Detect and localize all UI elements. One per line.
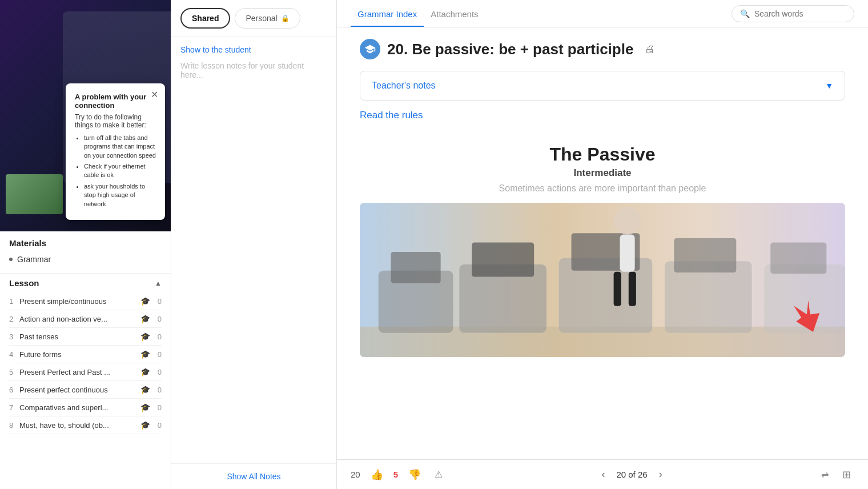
- lesson-num: 2: [9, 315, 19, 323]
- lesson-cap-icon: 🎓: [140, 350, 150, 359]
- prev-button[interactable]: ‹: [597, 465, 609, 484]
- gym-image-svg: [360, 203, 845, 357]
- search-bar: 🔍: [732, 5, 854, 22]
- personal-button[interactable]: Personal 🔒: [235, 8, 300, 29]
- svg-point-8: [614, 207, 641, 235]
- lesson-cap-icon: 🎓: [140, 332, 150, 341]
- like-button[interactable]: 👍: [367, 465, 387, 484]
- search-input[interactable]: [754, 9, 846, 18]
- lesson-name: Future forms: [19, 350, 138, 359]
- teachers-notes-box[interactable]: Teacher's notes ▼: [360, 71, 845, 101]
- lesson-num: 7: [9, 403, 19, 412]
- svg-rect-10: [614, 272, 621, 306]
- chevron-up-icon[interactable]: ▲: [155, 279, 162, 287]
- lesson-num: 8: [9, 421, 19, 430]
- lesson-count: 0: [152, 332, 162, 341]
- passive-card: The Passive Intermediate Sometimes actio…: [360, 133, 845, 357]
- lesson-num: 6: [9, 386, 19, 394]
- lesson-count: 0: [152, 350, 162, 359]
- svg-rect-15: [770, 243, 826, 274]
- thumbs-up-icon: 👍: [371, 468, 383, 481]
- lesson-title: Be passive: be + past participle: [412, 41, 633, 58]
- content-area: 20. Be passive: be + past participle 🖨 T…: [337, 27, 868, 459]
- passive-card-subtitle: Intermediate: [360, 167, 845, 179]
- lesson-item-6[interactable]: 6 Present perfect continuous 🎓 0: [9, 381, 162, 399]
- graduation-cap-icon: [364, 43, 376, 55]
- left-panel: ✕ A problem with your connection Try to …: [0, 0, 171, 489]
- lesson-count: 0: [152, 315, 162, 323]
- lesson-num: 4: [9, 350, 19, 359]
- lesson-cap-icon: 🎓: [140, 385, 150, 394]
- page-indicator: 20 of 26: [616, 470, 647, 479]
- lesson-cap-icon: 🎓: [140, 420, 150, 430]
- shuffle-button[interactable]: ⇌: [818, 466, 832, 483]
- error-item-3: ask your housholds to stop high usage of…: [84, 182, 156, 209]
- read-rules-link[interactable]: Read the rules: [360, 110, 845, 121]
- passive-card-desc: Sometimes actions are more important tha…: [360, 183, 845, 194]
- svg-rect-9: [620, 234, 635, 271]
- tab-grammar-index[interactable]: Grammar Index: [351, 0, 424, 27]
- lesson-cap-icon: 🎓: [140, 296, 150, 306]
- search-icon: 🔍: [740, 9, 750, 18]
- lesson-cap-icon: 🎓: [140, 403, 150, 412]
- tab-attachments[interactable]: Attachments: [424, 0, 485, 27]
- lesson-item-8[interactable]: 8 Must, have to, should (ob... 🎓 0: [9, 416, 162, 434]
- error-popup-title: A problem with your connection: [75, 93, 156, 110]
- notes-placeholder[interactable]: Write lesson notes for your student here…: [171, 58, 336, 266]
- teachers-notes-label: Teacher's notes: [372, 81, 436, 91]
- shared-button[interactable]: Shared: [180, 8, 230, 29]
- lesson-name: Comparatives and superl...: [19, 403, 138, 412]
- middle-panel: Shared Personal 🔒 Show to the student Wr…: [171, 0, 337, 489]
- lesson-count: 0: [152, 403, 162, 412]
- lesson-heading-text: 20. Be passive: be + past participle: [387, 41, 633, 58]
- lesson-item-3[interactable]: 3 Past tenses 🎓 0: [9, 328, 162, 346]
- lesson-number: 20.: [387, 41, 408, 58]
- next-button[interactable]: ›: [654, 465, 667, 484]
- flag-icon: ⚠: [435, 470, 443, 479]
- lesson-item-5[interactable]: 5 Present Perfect and Past ... 🎓 0: [9, 363, 162, 381]
- passive-image: [360, 203, 845, 357]
- lesson-name: Action and non-action ve...: [19, 315, 138, 323]
- lesson-name: Present Perfect and Past ...: [19, 368, 138, 376]
- error-popup: ✕ A problem with your connection Try to …: [66, 83, 165, 220]
- video-area: ✕ A problem with your connection Try to …: [0, 0, 171, 231]
- lesson-name: Must, have to, should (ob...: [19, 421, 138, 430]
- close-popup-button[interactable]: ✕: [151, 89, 158, 100]
- lesson-item-4[interactable]: 4 Future forms 🎓 0: [9, 346, 162, 363]
- show-all-notes-link[interactable]: Show All Notes: [171, 463, 336, 489]
- thumbs-down-icon: 👎: [408, 468, 421, 481]
- shared-personal-toggle: Shared Personal 🔒: [171, 0, 336, 37]
- lesson-item-1[interactable]: 1 Present simple/continuous 🎓 0: [9, 292, 162, 310]
- lesson-count: 0: [152, 368, 162, 376]
- bullet-icon: [9, 258, 13, 261]
- lesson-num: 5: [9, 368, 19, 376]
- materials-title: Materials: [9, 238, 162, 248]
- personal-label: Personal: [246, 14, 277, 23]
- lesson-item-7[interactable]: 7 Comparatives and superl... 🎓 0: [9, 399, 162, 416]
- like-count: 20: [351, 470, 360, 479]
- svg-rect-5: [472, 243, 534, 277]
- lesson-icon-circle: [360, 39, 380, 59]
- materials-item-grammar[interactable]: Grammar: [9, 252, 162, 266]
- lesson-list: 1 Present simple/continuous 🎓 0 2 Action…: [9, 292, 162, 434]
- flag-button[interactable]: ⚠: [431, 466, 446, 483]
- lesson-count: 0: [152, 297, 162, 306]
- video-thumbnail: [6, 174, 63, 214]
- materials-section: Materials Grammar: [0, 231, 171, 274]
- lesson-num: 1: [9, 297, 19, 306]
- show-to-student-link[interactable]: Show to the student: [171, 37, 336, 58]
- error-item-1: turn off all the tabs and programs that …: [84, 134, 156, 160]
- lesson-name: Present perfect continuous: [19, 386, 138, 394]
- bookmark-button[interactable]: ⊞: [839, 465, 854, 484]
- svg-rect-11: [629, 272, 636, 306]
- chevron-down-icon: ▼: [825, 81, 833, 90]
- lock-icon: 🔒: [281, 14, 290, 22]
- lesson-item-2[interactable]: 2 Action and non-action ve... 🎓 0: [9, 310, 162, 328]
- lesson-header: Lesson ▲: [9, 278, 162, 288]
- lesson-section-title: Lesson: [9, 278, 39, 288]
- bottom-bar: 20 👍 5 👎 ⚠ ‹ 20 of 26 › ⇌ ⊞: [337, 459, 868, 489]
- dislike-count: 5: [393, 470, 398, 479]
- print-icon[interactable]: 🖨: [645, 43, 655, 55]
- passive-card-title: The Passive: [360, 144, 845, 165]
- dislike-button[interactable]: 👎: [405, 465, 424, 484]
